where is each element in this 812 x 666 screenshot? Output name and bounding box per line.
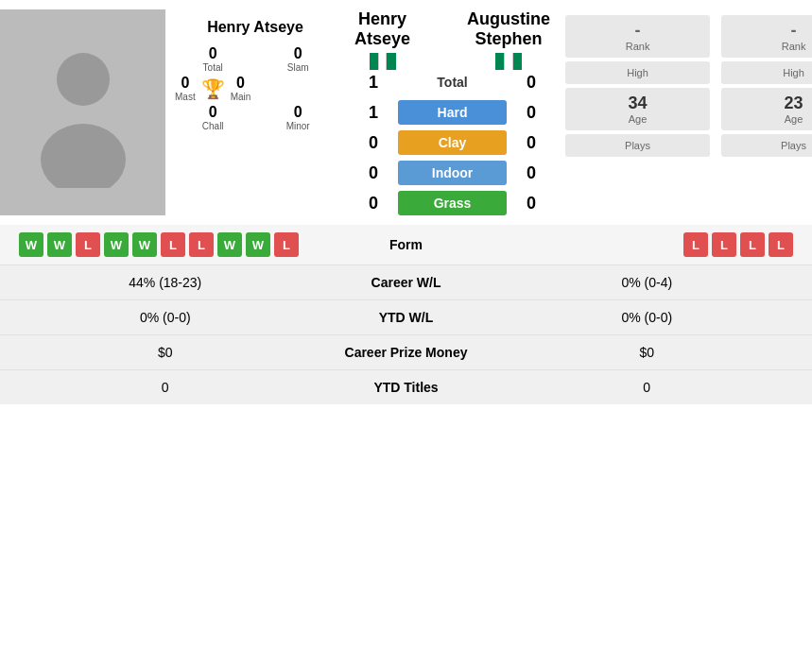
form-badge-p1: W xyxy=(132,232,157,257)
form-badge-p2: L xyxy=(769,232,793,257)
p2-rank-val: - xyxy=(725,21,812,41)
p1-indoor-score: 0 xyxy=(354,163,392,183)
stat-row-1: 0% (0-0)YTD W/L0% (0-0) xyxy=(0,300,812,335)
form-badge-p1: W xyxy=(246,232,270,257)
player1-stats: 0 Total 0 Slam 0 Mast 🏆 0 Main xyxy=(175,45,336,131)
form-badge-p1: W xyxy=(47,232,72,257)
p1-total-score: 1 xyxy=(354,73,392,93)
p2-rank-card: - Rank xyxy=(721,15,812,58)
form-section: WWLWWLLWWL Form LLLL xyxy=(0,225,812,265)
form-badge-p1: L xyxy=(189,232,214,257)
form-badge-p2: L xyxy=(712,232,736,257)
p1-high-card: High xyxy=(565,61,710,84)
p2-rank-label: Rank xyxy=(725,41,812,52)
grass-badge: Grass xyxy=(398,191,507,215)
total-row: 1 Total 0 xyxy=(354,70,550,94)
indoor-row: 0 Indoor 0 xyxy=(354,161,550,185)
center-section: Henry Atseye Augustine Stephen xyxy=(345,9,560,215)
trophy1-icon: 🏆 xyxy=(201,77,225,100)
svg-point-1 xyxy=(41,124,126,188)
p1-age-val: 34 xyxy=(569,94,706,113)
p2-age-card: 23 Age xyxy=(721,88,812,130)
p2-high-card: High xyxy=(721,61,812,84)
p2-indoor-score: 0 xyxy=(512,163,550,183)
p1-minor-val: 0 xyxy=(260,104,336,121)
p1-form-badges: WWLWWLLWWL xyxy=(19,232,312,257)
svg-point-0 xyxy=(57,53,110,106)
p1-header-name: Henry Atseye xyxy=(354,9,410,49)
p1-grass-score: 0 xyxy=(354,194,392,213)
form-badge-p2: L xyxy=(740,232,765,257)
stat-right-0: 0% (0-4) xyxy=(501,275,794,290)
stat-right-2: $0 xyxy=(501,345,794,360)
form-badge-p1: W xyxy=(104,232,129,257)
p2-clay-score: 0 xyxy=(512,133,550,153)
p1-total-val: 0 xyxy=(175,45,251,62)
p2-hard-score: 0 xyxy=(512,103,550,123)
p1-rank-card: - Rank xyxy=(565,15,710,58)
stat-right-1: 0% (0-0) xyxy=(501,310,794,325)
player1-photo xyxy=(0,9,165,215)
p1-clay-score: 0 xyxy=(354,133,392,153)
stat-right-3: 0 xyxy=(501,380,794,395)
clay-badge: Clay xyxy=(398,130,507,155)
hard-badge: Hard xyxy=(398,100,507,125)
p1-high-label: High xyxy=(569,67,706,78)
form-badge-p1: W xyxy=(217,232,242,257)
p2-high-label: High xyxy=(725,67,812,78)
player1-cards: - Rank High 34 Age Plays xyxy=(560,9,716,215)
p1-rank-val: - xyxy=(569,21,706,41)
stat-center-1: YTD W/L xyxy=(312,310,501,325)
player1-info: Henry Atseye 0 Total 0 Slam 0 Mast 🏆 xyxy=(165,9,345,215)
p1-slam-val: 0 xyxy=(260,45,336,62)
p1-chall-val: 0 xyxy=(175,104,251,121)
p2-plays-card: Plays xyxy=(721,134,812,157)
player2-cards: - Rank High 23 Age Plays xyxy=(716,9,812,215)
p1-age-label: Age xyxy=(569,113,706,125)
p1-age-card: 34 Age xyxy=(565,88,710,130)
player1-name: Henry Atseye xyxy=(207,19,303,36)
form-label: Form xyxy=(312,237,501,252)
p2-age-label: Age xyxy=(725,113,812,125)
p2-grass-score: 0 xyxy=(512,194,550,213)
p1-plays-card: Plays xyxy=(565,134,710,157)
main-container: Henry Atseye 0 Total 0 Slam 0 Mast 🏆 xyxy=(0,0,812,404)
stat-left-1: 0% (0-0) xyxy=(19,310,312,325)
form-badge-p1: L xyxy=(274,232,299,257)
p2-plays-label: Plays xyxy=(725,140,812,151)
stat-center-2: Career Prize Money xyxy=(312,345,501,360)
stat-left-0: 44% (18-23) xyxy=(19,275,312,290)
grass-row: 0 Grass 0 xyxy=(354,191,550,215)
p1-mast-val: 0 xyxy=(175,75,196,92)
clay-row: 0 Clay 0 xyxy=(354,130,550,155)
stat-row-0: 44% (18-23)Career W/L0% (0-4) xyxy=(0,265,812,300)
match-rows: 1 Total 0 1 Hard 0 0 Clay 0 0 Indoor xyxy=(354,70,550,215)
p2-flag xyxy=(467,53,550,70)
player-headers: Henry Atseye Augustine Stephen xyxy=(354,9,550,70)
p2-form-badges: LLLL xyxy=(501,232,794,257)
hard-row: 1 Hard 0 xyxy=(354,100,550,125)
p2-total-score: 0 xyxy=(512,73,550,93)
p2-age-val: 23 xyxy=(725,94,812,113)
p1-main-val: 0 xyxy=(231,75,251,92)
top-section: Henry Atseye 0 Total 0 Slam 0 Mast 🏆 xyxy=(0,0,812,225)
p1-plays-label: Plays xyxy=(569,140,706,151)
p1-rank-label: Rank xyxy=(569,41,706,52)
bottom-stats: 44% (18-23)Career W/L0% (0-4)0% (0-0)YTD… xyxy=(0,265,812,404)
stat-row-2: $0Career Prize Money$0 xyxy=(0,335,812,370)
form-badge-p1: L xyxy=(161,232,185,257)
stat-left-3: 0 xyxy=(19,380,312,395)
stat-left-2: $0 xyxy=(19,345,312,360)
p1-hard-score: 1 xyxy=(354,103,392,123)
indoor-badge: Indoor xyxy=(398,161,507,185)
stat-center-3: YTD Titles xyxy=(312,380,501,395)
stat-center-0: Career W/L xyxy=(312,275,501,290)
total-badge: Total xyxy=(398,70,507,94)
form-badge-p2: L xyxy=(683,232,708,257)
p1-flag xyxy=(354,53,410,70)
p2-header-name: Augustine Stephen xyxy=(467,9,550,49)
form-badge-p1: L xyxy=(76,232,100,257)
stat-row-3: 0YTD Titles0 xyxy=(0,370,812,404)
form-badge-p1: W xyxy=(19,232,43,257)
